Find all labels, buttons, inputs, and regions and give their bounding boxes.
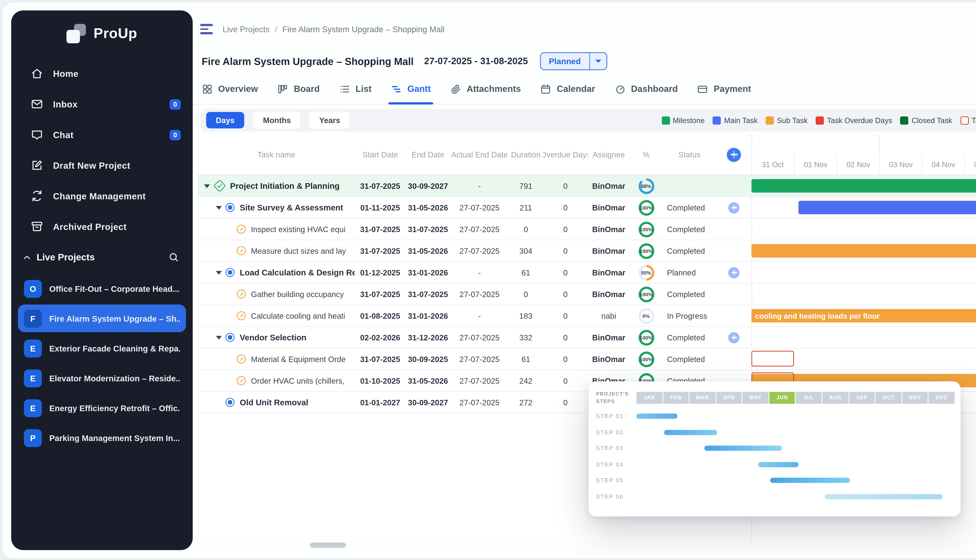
start-date-cell: 31-07-2025 [355,348,406,370]
progress-ring: 100% [638,286,654,302]
project-status-dropdown[interactable]: Planned [540,52,607,70]
duration-cell: 242 [509,370,543,391]
sidebar-item-home[interactable]: Home [11,58,193,89]
task-bar[interactable] [798,201,976,214]
column-header-duration[interactable]: Duration [509,134,543,175]
task-name: Inspect existing HVAC equi [251,225,346,234]
tab-attachments[interactable]: Attachments [450,74,521,104]
gantt-icon [391,83,402,94]
row-expand-caret-icon[interactable] [216,206,222,209]
duration-cell: 61 [509,348,543,370]
column-header-actual-end-date[interactable]: Actual End Date [450,134,508,175]
gantt-row-site-survey-assessment[interactable]: Site Survey & Assessment01-11-202531-05-… [198,197,976,219]
sidebar-project-elevator-modernization-reside[interactable]: EElevator Modernization – Reside... [18,364,186,392]
gantt-row-material-equipment-orde[interactable]: ↗Material & Equipment Orde31-07-202530-0… [198,348,976,370]
progress-ring: 100% [638,351,654,367]
duration-cell: 61 [509,262,543,283]
task-bar[interactable] [751,179,976,193]
view-mode-days[interactable]: Days [206,112,244,128]
status-value: Planned [541,53,589,70]
column-header-overdue-days[interactable]: Overdue Days [543,134,588,175]
milestone-icon [213,180,226,192]
gantt-row-gather-building-occupancy[interactable]: ↗Gather building occupancy31-07-202531-0… [198,283,976,305]
legend-item-task-overdue-days: Task Overdue Days [816,116,892,124]
row-expand-caret-icon[interactable] [216,335,222,339]
add-subtask-button[interactable] [728,332,739,343]
task-name: Gather building occupancy [251,290,344,298]
sidebar-project-energy-efficiency-retrofit-offic[interactable]: EEnergy Efficiency Retrofit – Offic... [18,394,186,422]
main-task-icon [226,398,235,407]
sidebar-toggle-icon[interactable] [200,24,214,34]
gantt-row-calculate-cooling-and-heati[interactable]: ↗Calculate cooling and heati01-08-202531… [198,305,976,327]
end-date-cell: 31-05-2026 [406,370,451,391]
task-name-cell: Old Unit Removal [198,392,355,413]
gantt-row-vendor-selection[interactable]: Vendor Selection02-02-202631-12-202627-0… [198,327,976,348]
start-date-cell: 31-07-2025 [355,219,406,240]
overdue-days-cell: 0 [543,348,588,370]
overdue-days-cell: 0 [543,175,588,196]
view-mode-months[interactable]: Months [253,112,301,128]
timeline-lane [751,219,976,240]
sidebar-project-parking-management-system-in[interactable]: PParking Management System In... [18,424,186,452]
tab-label: Calendar [557,84,595,94]
column-header-start-date[interactable]: Start Date [355,134,406,175]
scrollbar-thumb[interactable] [310,543,346,548]
overdue-days-cell: 0 [543,219,588,240]
row-expand-caret-icon[interactable] [204,184,210,188]
step-track [636,440,954,457]
tab-list[interactable]: List [339,74,371,104]
sidebar-item-change-management[interactable]: Change Management [11,181,193,211]
add-subtask-button[interactable] [728,202,739,213]
sidebar-item-draft-new-project[interactable]: Draft New Project [11,150,193,181]
view-mode-years[interactable]: Years [309,112,350,128]
actual-end-date-cell: 27-07-2025 [450,219,508,240]
gantt-row-measure-duct-sizes-and-lay[interactable]: ↗Measure duct sizes and lay31-07-202531-… [198,240,976,262]
gantt-row-load-calculation-design-re[interactable]: Load Calculation & Design Re01-12-202531… [198,262,976,283]
task-bar[interactable]: cooling and heating loads per floor [751,309,976,322]
tab-overview[interactable]: Overview [202,74,258,104]
percent-cell: 100% [630,348,662,370]
timeline-lane [751,327,976,348]
draft-icon [31,159,43,172]
add-column-button[interactable] [727,147,741,162]
step-label: STEP 04 [596,461,637,468]
column-header-status[interactable]: Status [662,134,716,175]
tab-calendar[interactable]: Calendar [540,74,595,104]
section-label: Live Projects [37,252,95,262]
horizontal-scrollbar[interactable] [198,543,976,549]
column-header-assignee[interactable]: Assignee [588,134,630,175]
tab-gantt[interactable]: Gantt [391,74,431,104]
popup-header: PROJECT'S STEPS JANFEBMARAPRMAYJUNJULAUG… [596,390,955,405]
sidebar-section-live-projects[interactable]: Live Projects [11,242,193,272]
sidebar-project-exterior-facade-cleaning-repa[interactable]: EExterior Facade Cleaning & Repa... [18,334,186,362]
sidebar-project-fire-alarm-system-upgrade-sh[interactable]: FFire Alarm System Upgrade – Sh... [18,305,186,332]
tab-payment[interactable]: Payment [697,74,751,104]
task-bar[interactable] [751,244,976,257]
sidebar-item-chat[interactable]: Chat0 [11,119,193,150]
status-cell [662,175,716,196]
gantt-row-inspect-existing-hvac-equi[interactable]: ↗Inspect existing HVAC equi31-07-202531-… [198,219,976,240]
progress-ring: 100% [638,222,654,237]
column-header-end-date[interactable]: End Date [406,134,451,175]
row-actions-cell [716,197,752,218]
sidebar-item-archived-project[interactable]: Archived Project [11,211,193,242]
row-expand-caret-icon[interactable] [216,270,222,274]
add-subtask-button[interactable] [728,267,739,278]
search-icon[interactable] [168,252,179,263]
sidebar-project-office-fit-out-corporate-head[interactable]: OOffice Fit-Out – Corporate Head... [18,275,186,302]
step-label: STEP 06 [596,493,637,500]
breadcrumb-live-projects[interactable]: Live Projects [222,25,269,33]
timeline-date: 03 Nov [879,154,922,175]
legend-swatch [901,116,909,124]
column-header-task-name[interactable]: Task name [198,134,355,175]
timeline-lane [751,262,976,283]
gantt-row-project-initiation-planning[interactable]: Project Initiation & Planning31-07-20253… [198,175,976,197]
row-actions-cell [716,175,752,196]
sidebar-item-inbox[interactable]: Inbox0 [11,89,193,119]
tab-dashboard[interactable]: Dashboard [615,74,678,104]
tab-board[interactable]: Board [277,74,320,104]
tab-label: Dashboard [631,84,678,94]
column-header-[interactable]: % [630,134,662,175]
home-icon [31,67,43,80]
project-initial-icon: F [24,309,42,327]
